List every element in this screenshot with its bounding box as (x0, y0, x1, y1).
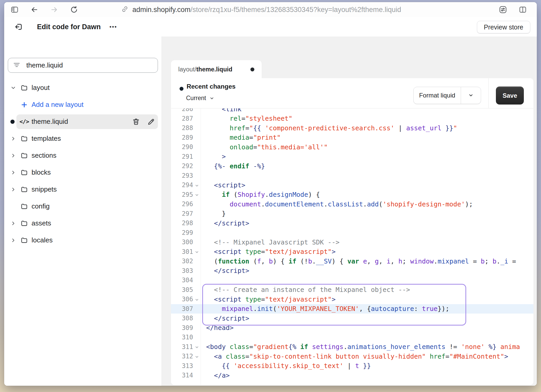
tree-item-body[interactable]: Add a new layout (16, 97, 158, 112)
code-line-299[interactable]: 299 (171, 228, 533, 238)
browser-sidebar-toggle-icon[interactable] (10, 5, 19, 14)
sidebar-item-sections[interactable]: sections (8, 147, 158, 164)
fold-chevron-icon[interactable] (193, 192, 201, 197)
code-line-294[interactable]: 294 <script> (171, 180, 533, 190)
code-text[interactable]: rel="stylesheet" (201, 115, 292, 122)
code-text[interactable]: <script type="text/javascript"> (201, 248, 336, 255)
code-line-313[interactable]: 313 {{ 'accessibility.skip_to_text' | t … (171, 361, 533, 371)
code-line-309[interactable]: 309</head> (171, 323, 533, 333)
forward-arrow-icon[interactable] (50, 5, 59, 14)
code-line-314[interactable]: 314 </a> (171, 371, 533, 380)
pencil-button[interactable] (146, 117, 156, 126)
page-settings-icon[interactable] (498, 5, 508, 14)
code-line-290[interactable]: 290 onload="this.media='all'" (171, 142, 533, 152)
code-text[interactable]: > (201, 153, 226, 160)
fold-chevron-icon[interactable] (193, 354, 201, 359)
code-line-287[interactable]: 287 rel="stylesheet" (171, 114, 533, 124)
fold-chevron-icon[interactable] (193, 249, 201, 254)
code-line-310[interactable]: 310 (171, 333, 533, 342)
code-line-311[interactable]: 311<body class="gradient{% if settings.a… (171, 342, 533, 352)
code-line-300[interactable]: 300 <!-- Mixpanel Javascript SDK --> (171, 237, 533, 247)
tree-item-body[interactable]: assets (16, 216, 158, 231)
code-text[interactable]: <script> (201, 181, 245, 189)
code-line-295[interactable]: 295 if (Shopify.designMode) { (171, 190, 533, 200)
format-liquid-caret[interactable] (461, 87, 481, 104)
code-text[interactable]: {{ 'accessibility.skip_to_text' | t }} (201, 362, 371, 370)
code-editor[interactable]: 286 <link287 rel="stylesheet"288 href="{… (171, 108, 533, 385)
save-button[interactable]: Save (496, 87, 524, 105)
code-line-288[interactable]: 288 href="{{ 'component-predictive-searc… (171, 123, 533, 133)
fold-chevron-icon[interactable] (193, 297, 201, 302)
code-line-305[interactable]: 305 <!-- Create an instance of the Mixpa… (171, 285, 533, 295)
reload-icon[interactable] (69, 5, 79, 14)
version-dropdown[interactable]: Current (186, 95, 214, 102)
code-line-306[interactable]: 306 <script type="text/javascript"> (171, 295, 533, 304)
code-line-297[interactable]: 297 } (171, 209, 533, 219)
code-line-307[interactable]: 307 mixpanel.init('YOUR_MIXPANEL_TOKEN',… (171, 304, 533, 314)
tree-item-body[interactable]: sections (16, 148, 158, 163)
code-text[interactable]: if (Shopify.designMode) { (201, 191, 320, 198)
url-bar[interactable]: admin.shopify.com/store/rzq1xu-f5/themes… (121, 2, 401, 17)
chevron-right-icon[interactable] (8, 153, 16, 158)
code-text[interactable]: </head> (201, 324, 233, 332)
code-text[interactable]: </script> (201, 267, 249, 274)
code-line-312[interactable]: 312 <a class="skip-to-content-link butto… (171, 352, 533, 361)
code-text[interactable]: <!-- Create an instance of the Mixpanel … (201, 286, 410, 293)
code-text[interactable]: </script> (201, 315, 249, 322)
tab-theme-liquid[interactable]: layout/theme.liquid (171, 60, 262, 78)
code-line-302[interactable]: 302 (function (f, b) { if (!b.__SV) { va… (171, 256, 533, 266)
tree-item-body[interactable]: </>theme.liquid (16, 114, 158, 129)
chevron-right-icon[interactable] (8, 170, 16, 175)
fold-chevron-icon[interactable] (193, 344, 201, 349)
code-line-296[interactable]: 296 document.documentElement.classList.a… (171, 199, 533, 209)
code-text[interactable]: {%- endif -%} (201, 162, 265, 170)
file-search-box[interactable] (8, 58, 158, 73)
code-line-303[interactable]: 303 </script> (171, 266, 533, 276)
code-text[interactable]: <!-- Mixpanel Javascript SDK --> (201, 238, 340, 246)
code-text[interactable]: } (201, 210, 226, 217)
tree-item-body[interactable]: snippets (16, 182, 158, 197)
back-arrow-icon[interactable] (30, 5, 39, 14)
sidebar-item-locales[interactable]: locales (8, 232, 158, 249)
code-line-301[interactable]: 301 <script type="text/javascript"> (171, 247, 533, 257)
chevron-right-icon[interactable] (8, 187, 16, 192)
sidebar-item-add-a-new-layout[interactable]: Add a new layout (8, 96, 158, 113)
sidebar-item-assets[interactable]: assets (8, 215, 158, 232)
chevron-right-icon[interactable] (8, 237, 16, 243)
sidebar-item-config[interactable]: config (8, 198, 158, 215)
code-text[interactable]: </script> (201, 219, 249, 227)
code-line-291[interactable]: 291 > (171, 152, 533, 162)
tree-item-body[interactable]: layout (16, 81, 158, 95)
fold-chevron-icon[interactable] (193, 183, 201, 188)
code-text[interactable]: media="print" (201, 134, 281, 141)
format-liquid-button[interactable]: Format liquid (414, 87, 461, 104)
code-text[interactable]: <link (201, 108, 241, 113)
code-text[interactable]: <script type="text/javascript"> (201, 296, 336, 303)
code-line-289[interactable]: 289 media="print" (171, 133, 533, 143)
trash-button[interactable] (131, 117, 141, 126)
code-line-286[interactable]: 286 <link (171, 108, 533, 114)
chevron-down-icon[interactable] (8, 85, 16, 91)
code-line-304[interactable]: 304 (171, 275, 533, 285)
sidebar-item-snippets[interactable]: snippets (8, 181, 158, 198)
code-text[interactable]: mixpanel.init('YOUR_MIXPANEL_TOKEN', {au… (201, 305, 449, 313)
search-input[interactable] (26, 61, 153, 70)
sidebar-item-blocks[interactable]: blocks (8, 164, 158, 181)
more-actions-button[interactable]: ••• (108, 22, 119, 32)
sidebar-item-theme-liquid[interactable]: </>theme.liquid (8, 113, 158, 130)
code-text[interactable]: <body class="gradient{% if settings.anim… (201, 343, 520, 351)
code-line-308[interactable]: 308 </script> (171, 314, 533, 323)
exit-editor-icon[interactable] (14, 22, 24, 32)
code-text[interactable]: <a class="skip-to-content-link button vi… (201, 353, 508, 360)
code-text[interactable]: onload="this.media='all'" (201, 143, 328, 151)
code-text[interactable]: </a> (201, 372, 230, 379)
sidebar-item-templates[interactable]: templates (8, 130, 158, 147)
code-line-298[interactable]: 298 </script> (171, 218, 533, 228)
tree-item-body[interactable]: config (16, 199, 158, 214)
tree-item-body[interactable]: locales (16, 233, 158, 248)
tree-item-body[interactable]: templates (16, 131, 158, 146)
chevron-right-icon[interactable] (8, 136, 16, 142)
preview-store-button[interactable]: Preview store (477, 21, 530, 33)
code-text[interactable]: href="{{ 'component-predictive-search.cs… (201, 124, 457, 132)
chevron-right-icon[interactable] (8, 220, 16, 226)
